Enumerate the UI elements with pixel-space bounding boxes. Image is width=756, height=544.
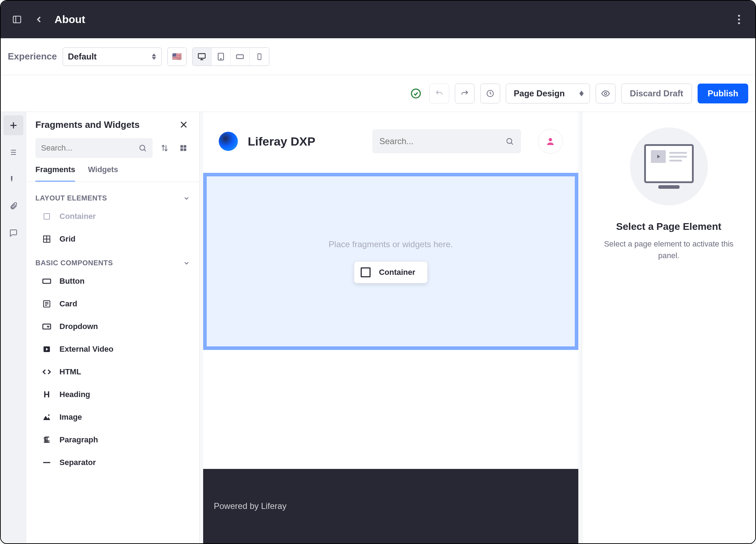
fragments-panel: Fragments and Widgets Fragments Widgets (26, 112, 200, 543)
canvas-area: Liferay DXP Place fragments or widgets h… (200, 112, 582, 543)
experience-select[interactable]: Default (63, 47, 162, 66)
publish-button[interactable]: Publish (698, 84, 748, 103)
container-drag-chip[interactable]: Container (354, 261, 428, 283)
footer-text: Powered by Liferay (214, 501, 286, 511)
close-icon[interactable] (177, 118, 190, 131)
action-toolbar: Page Design Discard Draft Publish (1, 75, 755, 112)
button-icon (42, 276, 52, 286)
tab-widgets[interactable]: Widgets (88, 165, 118, 182)
rail-design-button[interactable] (4, 169, 23, 189)
device-preview-group (192, 47, 269, 66)
canvas-search-input[interactable] (379, 136, 505, 146)
tab-fragments[interactable]: Fragments (35, 165, 75, 182)
svg-rect-31 (183, 145, 186, 148)
undo-button[interactable] (429, 84, 449, 103)
sidebar-toggle-icon[interactable] (9, 12, 25, 27)
container-icon (42, 211, 52, 221)
preview-button[interactable] (596, 84, 615, 103)
page-design-select[interactable]: Page Design (506, 84, 590, 103)
fragment-search[interactable] (35, 138, 153, 158)
fragment-item-external-video[interactable]: External Video (26, 338, 199, 361)
brand-logo-icon (219, 132, 238, 151)
svg-point-53 (549, 138, 552, 141)
fragment-item-label: Card (59, 299, 77, 308)
svg-rect-13 (258, 53, 261, 60)
fragment-item-label: Button (59, 277, 85, 286)
history-button[interactable] (480, 84, 500, 103)
section-basic-title: BASIC COMPONENTS (35, 259, 113, 267)
fragment-item-dropdown[interactable]: Dropdown (26, 315, 199, 338)
more-menu-icon[interactable] (731, 12, 747, 27)
dropzone-hint: Place fragments or widgets here. (329, 239, 453, 249)
section-basic-components[interactable]: BASIC COMPONENTS (26, 250, 199, 270)
canvas-header: Liferay DXP (203, 112, 578, 171)
brand-name: Liferay DXP (248, 135, 315, 148)
rail-outline-button[interactable] (4, 142, 23, 162)
chevron-down-icon (183, 195, 190, 202)
fragments-panel-title: Fragments and Widgets (35, 119, 139, 130)
fragment-item-separator[interactable]: Separator (26, 451, 199, 474)
sort-button[interactable] (158, 141, 171, 155)
svg-point-4 (738, 22, 740, 24)
canvas-search[interactable] (372, 129, 521, 153)
search-icon (505, 137, 514, 146)
fragment-item-label: HTML (59, 367, 81, 376)
svg-point-11 (220, 58, 221, 59)
svg-rect-32 (180, 148, 183, 151)
grid-view-button[interactable] (176, 141, 190, 155)
device-desktop-button[interactable] (193, 48, 212, 66)
fragment-tabs: Fragments Widgets (26, 162, 199, 182)
fragment-item-label: Image (59, 413, 82, 422)
svg-rect-30 (180, 145, 183, 148)
svg-point-51 (507, 138, 512, 143)
svg-rect-7 (199, 53, 206, 58)
device-tablet-button[interactable] (212, 48, 231, 66)
svg-point-3 (738, 18, 740, 21)
fragment-item-paragraph[interactable]: Paragraph (26, 429, 199, 451)
fragment-item-heading[interactable]: H Heading (26, 383, 199, 406)
fragment-item-image[interactable]: Image (26, 406, 199, 429)
fragment-item-label: Paragraph (59, 435, 98, 444)
fragment-item-label: Container (59, 212, 96, 221)
svg-marker-16 (579, 91, 584, 94)
chevron-down-icon (183, 260, 190, 267)
svg-line-52 (511, 143, 513, 144)
rail-attach-button[interactable] (4, 196, 23, 216)
fragment-search-input[interactable] (41, 143, 138, 153)
locale-select[interactable]: 🇺🇸 (167, 47, 187, 66)
fragment-item-label: Grid (59, 234, 75, 244)
page-design-label: Page Design (514, 89, 565, 98)
container-icon (361, 267, 371, 277)
rail-add-button[interactable] (4, 115, 23, 135)
canvas-footer: Powered by Liferay (203, 469, 578, 543)
fragment-item-grid[interactable]: Grid (26, 228, 199, 250)
sort-arrows-icon (151, 53, 156, 60)
fragment-item-button[interactable]: Button (26, 270, 199, 293)
user-avatar[interactable] (538, 129, 563, 154)
discard-draft-button[interactable]: Discard Draft (621, 84, 692, 103)
rail-comments-button[interactable] (4, 223, 23, 243)
card-icon (42, 299, 52, 309)
back-icon[interactable] (31, 12, 47, 27)
svg-marker-6 (152, 57, 156, 60)
svg-rect-12 (237, 55, 244, 58)
device-phone-button[interactable] (250, 48, 269, 66)
fragment-item-html[interactable]: HTML (26, 361, 199, 383)
svg-rect-33 (183, 148, 186, 151)
tool-rail (1, 112, 26, 543)
redo-button[interactable] (455, 84, 475, 103)
properties-empty-subtitle: Select a page element to activate this p… (582, 238, 755, 261)
section-layout-title: LAYOUT ELEMENTS (35, 194, 107, 202)
fragment-list[interactable]: LAYOUT ELEMENTS Container Grid BASIC COM… (26, 182, 199, 543)
device-landscape-button[interactable] (231, 48, 250, 66)
fragment-item-card[interactable]: Card (26, 293, 199, 315)
main-area: Fragments and Widgets Fragments Widgets (1, 112, 755, 543)
svg-point-47 (48, 414, 50, 416)
svg-point-18 (604, 92, 607, 95)
page-canvas[interactable]: Liferay DXP Place fragments or widgets h… (203, 112, 578, 543)
fragment-item-container[interactable]: Container (26, 205, 199, 228)
svg-rect-34 (44, 214, 50, 219)
separator-icon (42, 458, 52, 468)
container-dropzone[interactable]: Place fragments or widgets here. Contain… (203, 173, 578, 350)
section-layout-elements[interactable]: LAYOUT ELEMENTS (26, 186, 199, 205)
